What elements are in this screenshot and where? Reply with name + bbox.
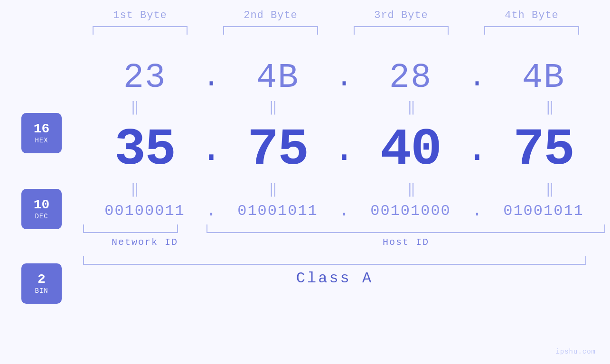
- bin-value-1: 00100011: [104, 202, 185, 220]
- bin-cell-3: 00101000: [358, 202, 463, 220]
- dec-row: 35 . 75 . 40 . 75: [83, 120, 605, 179]
- byte-header-1: 1st Byte: [88, 9, 192, 21]
- bin-value-4: 01001011: [503, 202, 584, 220]
- equals-row-2: ‖ ‖ ‖ ‖: [83, 181, 605, 197]
- dec-dot-3: .: [463, 131, 491, 169]
- dec-value-3: 40: [380, 120, 441, 179]
- hex-cell-2: 4B: [225, 58, 330, 97]
- host-bracket: [206, 224, 605, 233]
- dec-dot-1: .: [197, 131, 225, 169]
- main-area: 16 HEX 10 DEC 2 BIN 23 . 4B . 28: [0, 44, 610, 364]
- hex-badge: 16 HEX: [21, 113, 62, 153]
- hex-value-3: 28: [389, 58, 432, 97]
- hex-dot-3: .: [463, 64, 491, 92]
- dec-badge-number: 10: [34, 198, 50, 213]
- dec-value-2: 75: [247, 120, 308, 179]
- eq-3b: ‖: [361, 181, 466, 197]
- hex-badge-number: 16: [34, 122, 50, 137]
- byte-header-2: 2nd Byte: [218, 9, 323, 21]
- hex-badge-label: HEX: [35, 137, 48, 144]
- eq-1a: ‖: [84, 99, 189, 115]
- bin-dot-1: .: [197, 203, 225, 220]
- dec-cell-2: 75: [225, 120, 330, 179]
- hex-cell-3: 28: [358, 58, 463, 97]
- bin-row: 00100011 . 01001011 . 00101000 . 0100101…: [83, 202, 605, 220]
- network-bracket: [83, 224, 178, 233]
- hex-cell-1: 23: [93, 58, 197, 97]
- equals-row-1: ‖ ‖ ‖ ‖: [83, 99, 605, 115]
- bottom-bracket-row: [83, 224, 605, 233]
- bracket-4: [484, 26, 579, 35]
- bin-cell-1: 00100011: [93, 202, 197, 220]
- host-id-label: Host ID: [206, 237, 605, 248]
- id-labels-row: Network ID Host ID: [83, 237, 605, 248]
- network-id-label: Network ID: [83, 237, 206, 248]
- hex-dot-2: .: [330, 64, 358, 92]
- bin-cell-2: 01001011: [225, 202, 330, 220]
- hex-cell-4: 4B: [491, 58, 596, 97]
- bin-dot-2: .: [330, 203, 358, 220]
- eq-4b: ‖: [499, 181, 604, 197]
- bin-cell-4: 01001011: [491, 202, 596, 220]
- class-label: Class A: [83, 270, 586, 287]
- bin-badge-number: 2: [38, 272, 46, 287]
- bracket-1: [93, 26, 188, 35]
- dec-badge-label: DEC: [35, 213, 48, 220]
- byte-header-4: 4th Byte: [479, 9, 584, 21]
- bin-badge: 2 BIN: [21, 263, 62, 304]
- dec-value-1: 35: [114, 120, 175, 179]
- byte-headers-row: 1st Byte 2nd Byte 3rd Byte 4th Byte: [75, 9, 597, 21]
- hex-value-2: 4B: [256, 58, 299, 97]
- bracket-3: [354, 26, 449, 35]
- bracket-2: [223, 26, 318, 35]
- class-bracket-container: Class A: [83, 256, 586, 287]
- eq-2b: ‖: [223, 181, 327, 197]
- dec-badge: 10 DEC: [21, 189, 62, 229]
- hex-value-1: 23: [123, 58, 166, 97]
- bin-badge-label: BIN: [35, 287, 48, 295]
- dec-cell-1: 35: [93, 120, 197, 179]
- eq-3a: ‖: [361, 99, 466, 115]
- eq-1b: ‖: [84, 181, 189, 197]
- class-bracket: [83, 256, 586, 265]
- eq-4a: ‖: [499, 99, 604, 115]
- bin-value-2: 01001011: [237, 202, 318, 220]
- dec-dot-2: .: [330, 131, 358, 169]
- dec-value-4: 75: [513, 120, 574, 179]
- top-bracket-row: [75, 26, 597, 35]
- byte-header-3: 3rd Byte: [349, 9, 453, 21]
- bin-dot-3: .: [463, 203, 491, 220]
- dec-cell-3: 40: [358, 120, 463, 179]
- bin-value-3: 00101000: [370, 202, 451, 220]
- watermark: ipshu.com: [555, 348, 596, 355]
- main-container: 1st Byte 2nd Byte 3rd Byte 4th Byte 16 H…: [0, 0, 610, 364]
- hex-value-4: 4B: [522, 58, 565, 97]
- hex-row: 23 . 4B . 28 . 4B: [83, 58, 605, 97]
- dec-cell-4: 75: [491, 120, 596, 179]
- eq-2a: ‖: [223, 99, 327, 115]
- hex-dot-1: .: [197, 64, 225, 92]
